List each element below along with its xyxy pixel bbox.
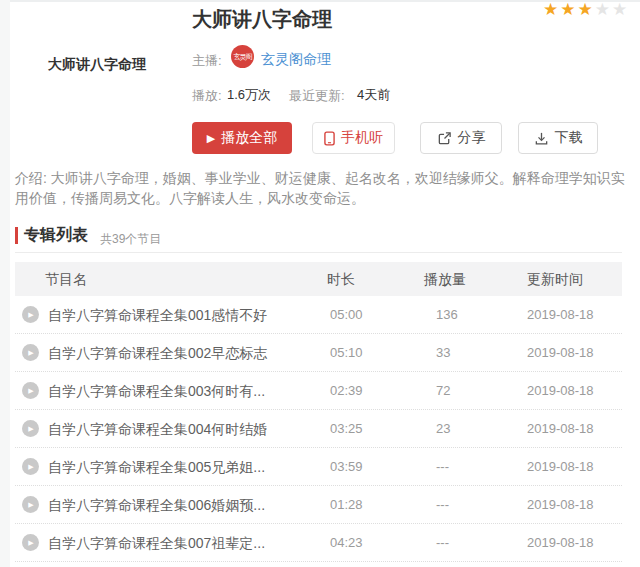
host-label: 主播:	[192, 52, 222, 70]
episode-name[interactable]: 自学八字算命课程全集003何时有...	[48, 372, 265, 410]
episode-plays: 33	[436, 334, 450, 372]
episode-play-button[interactable]: ▶	[22, 458, 39, 475]
phone-icon	[324, 131, 335, 146]
star-icon: ★	[560, 1, 575, 18]
episode-play-button[interactable]: ▶	[22, 534, 39, 551]
episode-name[interactable]: 自学八字算命课程全集001感情不好	[48, 296, 267, 334]
episode-updated: 2019-08-18	[527, 448, 594, 486]
updated-value: 4天前	[357, 86, 390, 104]
episode-updated: 2019-08-18	[527, 524, 594, 562]
episode-duration: 01:28	[330, 486, 363, 524]
play-icon: ▶	[28, 349, 33, 356]
episode-updated: 2019-08-18	[527, 486, 594, 524]
page-title: 大师讲八字命理	[192, 6, 332, 33]
episode-duration: 04:23	[330, 524, 363, 562]
episode-plays: 23	[436, 410, 450, 448]
episode-plays: 136	[436, 296, 458, 334]
share-button[interactable]: 分享	[420, 122, 502, 154]
play-icon: ▶	[28, 463, 33, 470]
play-icon: ▶	[207, 133, 215, 144]
share-label: 分享	[458, 129, 486, 147]
episode-play-button[interactable]: ▶	[22, 420, 39, 437]
episode-duration: 02:39	[330, 372, 363, 410]
episode-name[interactable]: 自学八字算命课程全集007祖辈定...	[48, 524, 265, 562]
updated-label: 最近更新:	[289, 87, 345, 105]
table-row[interactable]: ▶ 自学八字算命课程全集007祖辈定... 04:23 --- 2019-08-…	[15, 524, 622, 562]
play-all-label: 播放全部	[221, 129, 277, 147]
episode-name[interactable]: 自学八字算命课程全集002早恋标志	[48, 334, 267, 372]
episode-updated: 2019-08-18	[527, 334, 594, 372]
episode-duration: 03:59	[330, 448, 363, 486]
column-header-updated: 更新时间	[527, 262, 583, 296]
play-icon: ▶	[28, 501, 33, 508]
host-avatar[interactable]: 玄灵阁	[231, 45, 254, 68]
episode-play-button[interactable]: ▶	[22, 496, 39, 513]
episode-updated: 2019-08-18	[527, 372, 594, 410]
intro-text: 大师讲八字命理，婚姻、事业学业、财运健康、起名改名，欢迎结缘师父。解释命理学知识…	[15, 170, 625, 206]
episode-list: ▶ 自学八字算命课程全集001感情不好 05:00 136 2019-08-18…	[15, 296, 622, 562]
episode-name[interactable]: 自学八字算命课程全集006婚姻预...	[48, 486, 265, 524]
column-header-duration: 时长	[327, 262, 355, 296]
host-name-link[interactable]: 玄灵阁命理	[261, 51, 331, 69]
table-row[interactable]: ▶ 自学八字算命课程全集001感情不好 05:00 136 2019-08-18	[15, 296, 622, 334]
episode-count: 共39个节目	[100, 231, 161, 248]
episode-duration: 03:25	[330, 410, 363, 448]
listen-on-phone-button[interactable]: 手机听	[312, 122, 395, 154]
plays-label: 播放:	[192, 87, 222, 105]
episode-plays: 72	[436, 372, 450, 410]
album-cover-text: 大师讲八字命理	[48, 56, 146, 74]
episode-updated: 2019-08-18	[527, 296, 594, 334]
download-icon	[534, 131, 549, 146]
episode-plays: ---	[436, 448, 449, 486]
page-left-edge	[0, 0, 10, 567]
share-icon	[437, 131, 452, 146]
episode-plays: ---	[436, 524, 449, 562]
play-icon: ▶	[28, 539, 33, 546]
table-row[interactable]: ▶ 自学八字算命课程全集005兄弟姐... 03:59 --- 2019-08-…	[15, 448, 622, 486]
episode-play-button[interactable]: ▶	[22, 344, 39, 361]
section-title: 专辑列表	[24, 225, 88, 246]
album-intro: 介绍: 大师讲八字命理，婚姻、事业学业、财运健康、起名改名，欢迎结缘师父。解释命…	[15, 168, 625, 208]
episode-play-button[interactable]: ▶	[22, 382, 39, 399]
star-icon: ★	[578, 1, 593, 18]
episode-play-button[interactable]: ▶	[22, 306, 39, 323]
episode-plays: ---	[436, 486, 449, 524]
table-row[interactable]: ▶ 自学八字算命课程全集006婚姻预... 01:28 --- 2019-08-…	[15, 486, 622, 524]
rating-stars: ★ ★ ★ ★ ★	[543, 1, 627, 18]
table-row[interactable]: ▶ 自学八字算命课程全集004何时结婚 03:25 23 2019-08-18	[15, 410, 622, 448]
section-divider	[15, 252, 622, 253]
intro-label: 介绍:	[15, 170, 47, 186]
table-row[interactable]: ▶ 自学八字算命课程全集003何时有... 02:39 72 2019-08-1…	[15, 372, 622, 410]
episode-updated: 2019-08-18	[527, 410, 594, 448]
table-row[interactable]: ▶ 自学八字算命课程全集002早恋标志 05:10 33 2019-08-18	[15, 334, 622, 372]
album-page: 大师讲八字命理 大师讲八字命理 ★ ★ ★ ★ ★ 主播: 玄灵阁 玄灵阁命理 …	[0, 0, 640, 567]
section-accent-bar	[15, 227, 18, 244]
table-header: 节目名 时长 播放量 更新时间	[15, 262, 622, 296]
episode-name[interactable]: 自学八字算命课程全集005兄弟姐...	[48, 448, 265, 486]
episode-duration: 05:00	[330, 296, 363, 334]
play-icon: ▶	[28, 387, 33, 394]
download-label: 下载	[555, 129, 583, 147]
download-button[interactable]: 下载	[518, 122, 598, 154]
star-icon: ★	[595, 1, 610, 18]
star-icon: ★	[543, 1, 558, 18]
column-header-plays: 播放量	[424, 262, 466, 296]
episode-name[interactable]: 自学八字算命课程全集004何时结婚	[48, 410, 267, 448]
column-header-name: 节目名	[45, 262, 87, 296]
plays-value: 1.6万次	[227, 86, 271, 104]
play-all-button[interactable]: ▶ 播放全部	[192, 122, 292, 154]
star-icon: ★	[612, 1, 627, 18]
play-icon: ▶	[28, 311, 33, 318]
episode-duration: 05:10	[330, 334, 363, 372]
play-icon: ▶	[28, 425, 33, 432]
listen-on-phone-label: 手机听	[341, 129, 383, 147]
